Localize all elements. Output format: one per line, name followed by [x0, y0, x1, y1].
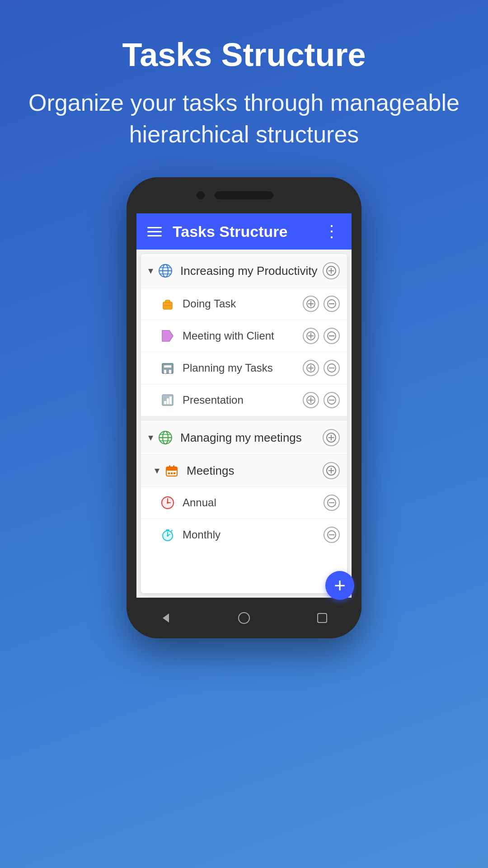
task-actions-meeting	[303, 328, 340, 344]
remove-presentation-button[interactable]	[324, 392, 340, 408]
chevron-productivity[interactable]: ▾	[148, 265, 153, 277]
task-row-doing: Doing Task	[141, 288, 347, 320]
home-button[interactable]	[233, 607, 255, 629]
task-actions-annual	[324, 495, 340, 511]
task-row-monthly: Monthly	[141, 519, 347, 551]
task-row-presentation: Presentation	[141, 384, 347, 416]
svg-rect-24	[169, 365, 171, 368]
svg-point-75	[239, 613, 249, 623]
tag-icon	[159, 327, 176, 344]
svg-rect-9	[165, 300, 170, 302]
subgroup-label-meetings: Meetings	[187, 464, 323, 478]
task-row-planning: Planning my Tasks	[141, 352, 347, 384]
building-icon	[159, 359, 176, 377]
phone-screen: Tasks Structure ⋮ ▾ Increasing my Produc…	[136, 213, 352, 598]
section-separator	[141, 416, 347, 420]
svg-rect-52	[169, 465, 170, 469]
add-managing-button[interactable]	[323, 429, 340, 446]
task-actions-planning	[303, 360, 340, 376]
add-meeting-button[interactable]	[303, 328, 319, 344]
add-doing-button[interactable]	[303, 296, 319, 312]
more-options-button[interactable]: ⋮	[324, 222, 341, 241]
phone-top	[127, 177, 361, 213]
task-actions-presentation	[303, 392, 340, 408]
svg-rect-26	[169, 370, 171, 373]
svg-rect-23	[164, 365, 166, 368]
task-label-monthly: Monthly	[183, 528, 324, 541]
phone-speaker	[215, 191, 273, 199]
svg-marker-74	[163, 613, 169, 623]
task-actions-monthly	[324, 527, 340, 543]
remove-meeting-button[interactable]	[324, 328, 340, 344]
fab-button[interactable]: +	[325, 571, 352, 598]
remove-doing-button[interactable]	[324, 296, 340, 312]
task-label-annual: Annual	[183, 496, 324, 509]
group-label-managing: Managing my meetings	[180, 431, 323, 445]
phone-bottom-nav	[127, 598, 361, 638]
add-meetings-button[interactable]	[323, 462, 340, 479]
task-row-annual: Annual	[141, 486, 347, 519]
globe-icon	[157, 262, 174, 279]
page-title: Tasks Structure	[122, 36, 366, 73]
task-label-meeting: Meeting with Client	[183, 330, 303, 342]
app-bar: Tasks Structure ⋮	[136, 213, 352, 250]
svg-rect-22	[162, 363, 173, 373]
chevron-managing[interactable]: ▾	[148, 432, 153, 443]
group-row-productivity: ▾ Increasing my Productivity	[141, 254, 347, 288]
svg-rect-55	[171, 472, 173, 474]
menu-button[interactable]	[147, 227, 162, 236]
page-subtitle: Organize your tasks through manageable h…	[0, 87, 488, 150]
suitcase-icon	[159, 295, 176, 312]
remove-annual-button[interactable]	[324, 495, 340, 511]
svg-rect-27	[166, 365, 169, 368]
phone-frame: Tasks Structure ⋮ ▾ Increasing my Produc…	[127, 177, 361, 638]
task-label-presentation: Presentation	[183, 394, 303, 406]
clock-icon	[159, 494, 176, 511]
svg-rect-70	[166, 529, 169, 531]
task-row-meeting: Meeting with Client	[141, 320, 347, 352]
task-actions-doing	[303, 296, 340, 312]
subgroup-row-meetings: ▾ Meetings	[141, 454, 347, 486]
stopwatch-icon	[159, 526, 176, 543]
group-label-productivity: Increasing my Productivity	[180, 264, 323, 278]
hamburger-icon	[147, 235, 162, 236]
app-title: Tasks Structure	[173, 223, 324, 241]
globe-green-icon	[157, 429, 174, 446]
content-area: ▾ Increasing my Productivity	[141, 254, 347, 593]
phone-camera	[197, 191, 205, 199]
svg-rect-56	[174, 472, 175, 474]
recents-button[interactable]	[311, 607, 333, 629]
svg-rect-53	[173, 465, 174, 469]
remove-monthly-button[interactable]	[324, 527, 340, 543]
svg-rect-51	[166, 467, 177, 471]
hamburger-icon	[147, 231, 162, 232]
add-presentation-button[interactable]	[303, 392, 319, 408]
svg-rect-35	[167, 398, 169, 404]
svg-line-71	[171, 530, 172, 531]
chart-icon	[159, 392, 176, 409]
svg-rect-76	[318, 613, 327, 623]
remove-planning-button[interactable]	[324, 360, 340, 376]
svg-rect-54	[168, 472, 170, 474]
group-row-managing: ▾ Managing my meetings	[141, 420, 347, 454]
back-button[interactable]	[155, 607, 177, 629]
chevron-meetings[interactable]: ▾	[155, 465, 160, 476]
calendar-icon	[163, 462, 180, 479]
svg-marker-16	[162, 330, 173, 341]
svg-rect-25	[164, 370, 166, 373]
add-planning-button[interactable]	[303, 360, 319, 376]
add-productivity-button[interactable]	[323, 262, 340, 279]
task-label-doing: Doing Task	[183, 297, 303, 310]
svg-rect-34	[164, 401, 166, 404]
hamburger-icon	[147, 227, 162, 228]
task-label-planning: Planning my Tasks	[183, 362, 303, 374]
svg-rect-36	[169, 396, 172, 404]
